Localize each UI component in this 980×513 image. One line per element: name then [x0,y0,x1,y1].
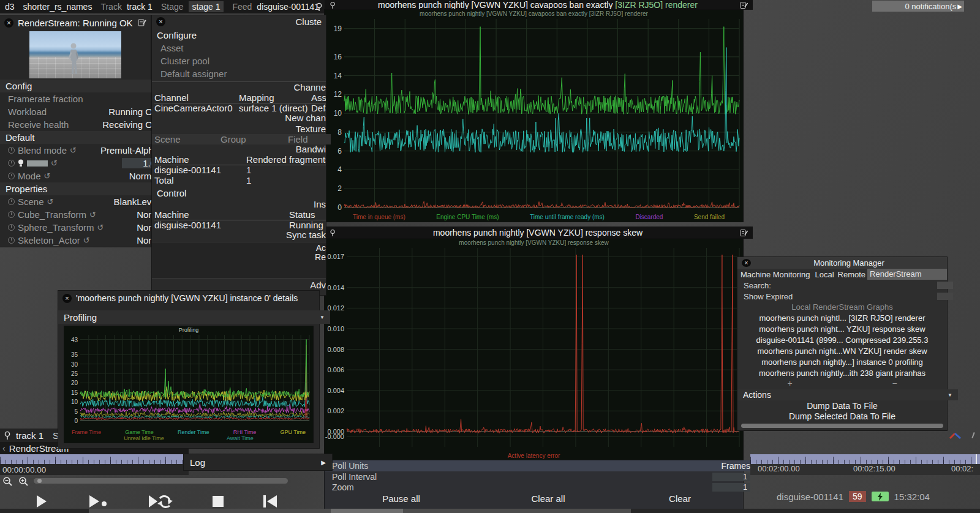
stop-button[interactable] [211,495,225,508]
reset-icon[interactable]: ↺ [70,146,77,155]
details-titlebar[interactable]: × 'moorhens punch nightly [VGWN YZKU] in… [58,291,319,305]
config-section-header[interactable]: Config▼ [0,80,162,92]
configure-item-cluster-pool[interactable]: Cluster pool [152,54,343,67]
timeline-ruler-left[interactable] [0,454,184,464]
search-input[interactable] [937,282,953,289]
tab-renderstream[interactable]: RenderStream [867,269,947,280]
tab-local[interactable]: Local [813,270,835,279]
pin-icon[interactable] [330,1,336,9]
bottom-scroll-track[interactable] [0,509,980,513]
control-row[interactable]: disguise-001141 Running C [154,220,326,230]
notes-icon[interactable] [740,1,748,9]
reset-icon[interactable]: ↺ [89,210,96,219]
app-logo[interactable]: d3 [5,2,15,12]
tab-machine-monitoring[interactable]: Machine Monitoring [737,270,813,279]
graph-list-item[interactable]: moorhens punch nightl... [3IZR RJ5O] ren… [737,313,947,324]
track-name[interactable]: track 1 [16,430,43,441]
keyframe-clock-icon[interactable] [8,211,15,218]
advanced-label[interactable]: Adv [152,280,326,290]
log-expand-icon[interactable]: ▶ [321,459,326,466]
return-to-start-button[interactable] [262,495,278,508]
graph-list-item[interactable]: moorhens punch nightly...ith 238 giant p… [737,368,947,379]
cluster-titlebar[interactable]: × Cluste [152,15,326,28]
poll-units-value[interactable]: Frames [722,461,750,471]
track-value[interactable]: track 1 [127,2,153,12]
playhead-marker[interactable] [976,454,977,464]
keyframe-clock-icon[interactable] [8,173,15,179]
dump-data-button[interactable]: Dump Data To File [737,401,947,411]
reset-icon[interactable]: ↺ [47,197,54,206]
renderer-graph-panel[interactable]: moorhens punch nightly [VGWN YZKU] cavap… [325,10,743,222]
keyframe-clock-icon[interactable] [8,147,15,154]
close-icon[interactable]: × [742,259,751,267]
poll-zoom-field[interactable]: 1 [712,483,750,492]
clear-button[interactable]: Clear [643,493,717,504]
notifications-badge[interactable]: 0 notification(s ▶ [872,1,964,12]
keyframe-clock-icon[interactable] [8,198,15,205]
monitoring-titlebar[interactable]: × Monitoring Manager [737,257,947,269]
close-icon[interactable]: × [156,17,165,26]
poll-units-row[interactable]: Poll Units Frames [325,460,758,471]
graph-list-item[interactable]: moorhens punch night... YZKU] response s… [737,324,947,335]
show-expired-checkbox[interactable] [937,293,953,300]
add-graph-button[interactable]: + [787,379,792,388]
close-icon[interactable]: × [4,18,13,28]
renderer-graph-titlebar[interactable]: moorhens punch nightly [VGWN YZKU] cavap… [325,0,753,10]
reset-icon[interactable]: ↺ [97,223,104,232]
properties-section-header[interactable]: Properties▼ [0,182,162,195]
remove-graph-button[interactable]: − [892,379,897,388]
configure-item-default-assigner[interactable]: Default assigner [152,67,343,80]
notes-icon[interactable] [138,18,146,27]
blend-mode-value[interactable]: Premult-Alpha [100,145,159,155]
skew-graph-panel[interactable]: moorhens punch nightly [VGWN YZKU] respo… [325,239,743,460]
graph-list-item[interactable]: disguise-001141 (8999... Compressed 239.… [737,335,947,346]
graph-list-item[interactable]: moorhens punch night...WN YZKU] render s… [737,346,947,357]
actions-section-header[interactable]: Actions▼ [737,389,958,400]
notes-icon[interactable] [740,229,748,237]
timeline-ruler-right[interactable] [750,454,980,464]
pin-icon[interactable] [330,229,336,237]
skew-graph-titlebar[interactable]: moorhens punch nightly [VGWN YZKU] respo… [325,227,753,239]
new-channel-button[interactable]: New chan [152,113,326,123]
profiling-section-header[interactable]: Profiling▼ [58,310,330,324]
profiling-graph-panel[interactable]: Profiling 4335302520151050 Frame TimeGam… [64,326,313,443]
pin-icon[interactable] [315,2,323,12]
scrollbar-handle[interactable] [37,479,42,483]
reset-icon[interactable]: ↺ [83,236,90,245]
reset-icon[interactable]: ↺ [44,171,51,181]
profiling-graph-canvas[interactable]: 4335302520151050 [64,334,313,424]
pause-all-button[interactable]: Pause all [364,493,438,504]
clear-all-button[interactable]: Clear all [511,493,585,504]
bottom-scroll-thumb[interactable] [331,509,403,513]
graph-list-item[interactable]: moorhens punch nightly...] instance 0 pr… [737,357,947,368]
zoom-out-icon[interactable] [2,476,13,487]
close-icon[interactable]: × [62,294,72,303]
zoom-in-icon[interactable] [18,476,29,487]
feed-value[interactable]: disguise-001141 [257,2,319,12]
keyframe-clock-icon[interactable] [8,160,15,167]
pin-icon[interactable] [4,431,11,440]
panel-scrollbar[interactable] [741,424,943,428]
play-section-button[interactable] [88,495,108,508]
poll-interval-field[interactable]: 1 [712,473,750,481]
jump-chevron-icon[interactable] [948,432,963,440]
configure-item-asset[interactable]: Asset [152,42,343,54]
project-name[interactable]: shorter_rs_names [23,2,92,12]
brightness-swatch[interactable] [27,160,48,167]
keyframe-clock-icon[interactable] [8,224,15,231]
tab-remote[interactable]: Remote [836,270,868,279]
renderstream-titlebar[interactable]: × RenderStream: Running OK [0,15,151,30]
dump-selected-button[interactable]: Dump Selected Data To File [737,411,947,422]
channel-table-row[interactable]: CineCameraActor0 surface 1 (direct) Defa [154,103,326,113]
stage-value[interactable]: stage 1 [189,1,224,12]
skew-graph-canvas[interactable]: 0.0170.0140.0120.0100.0080.0060.0040.002… [325,247,743,451]
renderer-graph-canvas[interactable]: 191614121086420 [325,18,743,212]
log-bar[interactable]: Log ▶ [184,454,332,470]
bounce-play-button[interactable] [148,493,173,509]
default-section-header[interactable]: Default▼ [0,131,162,144]
timeline-scrollbar[interactable] [34,478,288,484]
play-button[interactable] [35,495,48,508]
reset-icon[interactable]: ↺ [51,159,58,168]
collapse-left-icon[interactable]: ‹ [2,443,6,453]
keyframe-clock-icon[interactable] [8,237,15,244]
